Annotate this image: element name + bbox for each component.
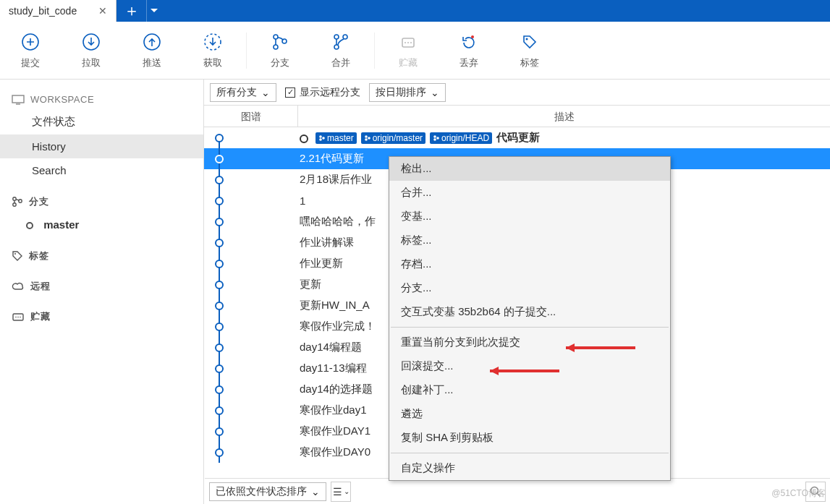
ctx-reset-to-commit[interactable]: 重置当前分支到此次提交 [389, 330, 670, 354]
discard-button[interactable]: 丢弃 [439, 32, 499, 69]
commit-message: 寒假作业DAY0 [300, 445, 370, 459]
ctx-create-patch[interactable]: 创建补丁... [389, 378, 670, 402]
ctx-copy-sha[interactable]: 复制 SHA 到剪贴板 [389, 426, 670, 450]
sort-dropdown[interactable]: 按日期排序 ⌄ [369, 83, 446, 102]
ctx-checkout[interactable]: 检出... [389, 157, 670, 181]
commit-message: 作业讲解课 [300, 236, 354, 249]
graph-cell [204, 253, 298, 274]
svg-point-25 [319, 135, 322, 138]
svg-point-12 [407, 42, 409, 43]
commit-button[interactable]: 提交 [0, 32, 61, 69]
ctx-tag[interactable]: 标签... [389, 228, 670, 252]
ref-badge-origin-master[interactable]: origin/master [361, 132, 425, 144]
close-icon[interactable]: ✕ [98, 5, 107, 17]
commit-row[interactable]: master origin/master origin/HEAD 代码更新 [204, 127, 830, 148]
svg-point-7 [334, 35, 339, 39]
svg-point-22 [15, 317, 17, 318]
commit-message: 寒假作业DAY1 [300, 424, 370, 438]
view-options-button[interactable]: ☰ ⌄ [331, 482, 351, 502]
push-button[interactable]: 推送 [122, 32, 182, 69]
branch-filter-label: 所有分支 [216, 86, 257, 99]
ctx-rebase[interactable]: 变基... [389, 205, 670, 228]
toolbar-label: 拉取 [82, 56, 101, 69]
column-graph[interactable]: 图谱 [204, 106, 298, 127]
pull-icon [81, 32, 101, 52]
commit-context-menu: 检出... 合并... 变基... 标签... 存档... 分支... 交互式变… [389, 156, 671, 481]
ctx-interactive-rebase[interactable]: 交互式变基 35b2b64 的子提交... [389, 300, 670, 324]
sidebar-branch-master[interactable]: master [0, 213, 203, 236]
new-tab-button[interactable]: ＋ [117, 0, 147, 22]
sort-label: 按日期排序 [376, 86, 426, 99]
commit-message: day11-13编程 [300, 362, 367, 375]
sidebar-item-filestatus[interactable]: 文件状态 [0, 109, 203, 134]
remotes-header[interactable]: 远程 [0, 276, 203, 297]
graph-cell [204, 148, 298, 169]
current-branch-indicator-icon [26, 222, 33, 229]
ctx-branch[interactable]: 分支... [389, 276, 670, 300]
sidebar-item-search[interactable]: Search [0, 158, 203, 182]
branch-icon [270, 32, 290, 52]
fetch-button[interactable]: 获取 [182, 32, 243, 69]
tags-header[interactable]: 标签 [0, 245, 203, 267]
tags-label: 标签 [29, 249, 48, 262]
commit-message: 嘿哈哈哈哈，作 [300, 215, 376, 228]
tab-menu-button[interactable] [147, 9, 161, 13]
sidebar-item-history[interactable]: History [0, 134, 203, 158]
ref-badge-master[interactable]: master [316, 132, 357, 144]
ctx-archive[interactable]: 存档... [389, 252, 670, 276]
branch-icon [12, 196, 23, 208]
ctx-merge[interactable]: 合并... [389, 181, 670, 205]
graph-cell [204, 274, 298, 295]
stash-button[interactable]: 贮藏 [378, 32, 439, 69]
svg-point-17 [13, 197, 16, 200]
svg-point-18 [13, 203, 16, 206]
sort-mode-label: 已依照文件状态排序 [216, 485, 307, 498]
stash-icon [12, 312, 25, 322]
toolbar-label: 获取 [203, 56, 222, 69]
svg-point-32 [433, 138, 436, 141]
toolbar-separator [374, 33, 375, 69]
sidebar-item-label: 文件状态 [32, 115, 75, 127]
chevron-down-icon: ⌄ [261, 87, 270, 98]
merge-button[interactable]: 合并 [310, 32, 371, 69]
toolbar-label: 贮藏 [399, 56, 418, 69]
svg-point-14 [471, 35, 474, 38]
svg-point-30 [368, 137, 370, 140]
branch-filter-dropdown[interactable]: 所有分支 ⌄ [210, 83, 276, 102]
tag-icon [12, 250, 23, 262]
discard-icon [459, 32, 479, 52]
svg-point-23 [17, 317, 19, 318]
bottom-bar: 已依照文件状态排序 ⌄ ☰ ⌄ [205, 478, 830, 504]
graph-cell [204, 169, 298, 190]
merge-icon [331, 32, 351, 52]
toolbar-label: 丢弃 [460, 56, 478, 69]
head-indicator-icon [300, 134, 308, 143]
repo-tab[interactable]: study_bit_code ✕ [0, 0, 117, 22]
ctx-cherry-pick[interactable]: 遴选 [389, 402, 670, 426]
commit-message: 2月18课后作业 [300, 173, 372, 187]
commit-message: 寒假作业完成！ [300, 320, 376, 333]
ctx-custom-actions[interactable]: 自定义操作 [389, 456, 670, 480]
stashes-label: 贮藏 [30, 310, 50, 323]
tag-button[interactable]: 标签 [499, 32, 560, 69]
column-description[interactable]: 描述 [298, 106, 830, 127]
graph-cell [204, 358, 298, 379]
sidebar-item-label: Search [32, 164, 67, 176]
svg-point-20 [14, 253, 16, 255]
svg-point-8 [334, 45, 339, 49]
branch-button[interactable]: 分支 [250, 32, 310, 69]
tab-strip: ＋ [117, 0, 830, 22]
sort-mode-dropdown[interactable]: 已依照文件状态排序 ⌄ [209, 482, 326, 501]
stashes-header[interactable]: 贮藏 [0, 306, 203, 328]
toolbar-label: 合并 [331, 56, 350, 69]
show-remote-label: 显示远程分支 [300, 86, 360, 99]
toolbar-label: 提交 [21, 56, 40, 69]
ref-badge-origin-head[interactable]: origin/HEAD [430, 132, 492, 144]
pull-button[interactable]: 拉取 [61, 32, 122, 69]
ctx-revert-commit[interactable]: 回滚提交... [389, 354, 670, 378]
show-remote-checkbox[interactable]: ✓ 显示远程分支 [285, 86, 360, 99]
push-icon [142, 32, 162, 52]
branches-header[interactable]: 分支 [0, 191, 203, 213]
commit-message: 更新 [300, 278, 321, 291]
workspace-header[interactable]: WORKSPACE [0, 90, 203, 109]
